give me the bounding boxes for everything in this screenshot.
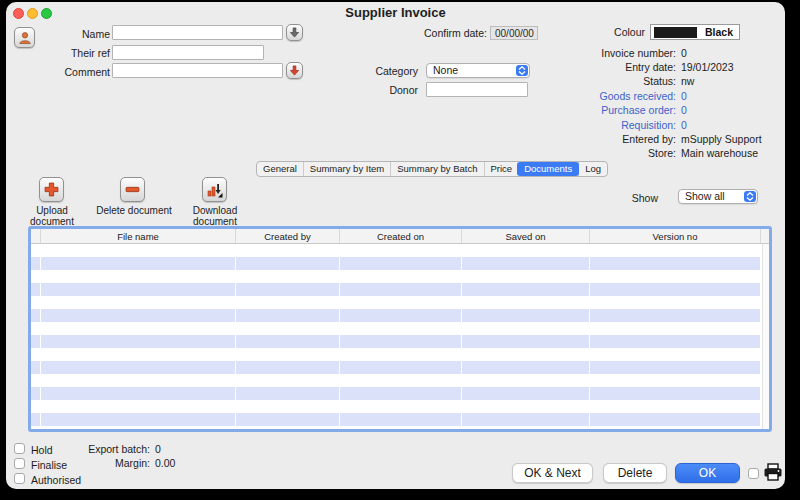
info-value-goods-received[interactable]: 0 [681, 90, 687, 102]
authorised-checkbox[interactable] [14, 473, 25, 484]
info-label-entered-by: Entered by: [546, 133, 676, 145]
hold-checkbox[interactable] [14, 443, 25, 454]
table-cell [31, 309, 41, 322]
margin-label: Margin: [56, 457, 150, 469]
zoom-button[interactable] [41, 8, 52, 19]
table-cell [41, 413, 236, 426]
comment-label: Comment [36, 66, 110, 78]
plus-icon [44, 182, 59, 197]
table-cell [31, 413, 41, 426]
info-label-status: Status: [546, 75, 676, 87]
tab-bar: GeneralSummary by ItemSummary by BatchPr… [256, 161, 608, 177]
donor-input[interactable] [426, 82, 528, 97]
table-cell [462, 257, 590, 270]
table-cell [340, 387, 462, 400]
table-row [31, 270, 769, 283]
table-cell [340, 257, 462, 270]
table-cell [41, 283, 236, 296]
table-cell [236, 309, 340, 322]
category-label: Category [346, 65, 418, 77]
name-lookup-button[interactable] [286, 24, 303, 41]
show-label: Show [606, 192, 658, 204]
titlebar: Supplier Invoice [6, 2, 785, 24]
show-selected-value: Show all [685, 190, 725, 202]
upload-document-button[interactable] [39, 177, 64, 202]
stepper-icon [744, 191, 756, 202]
delete-document-button[interactable] [120, 177, 145, 202]
ok-button[interactable]: OK [675, 463, 740, 483]
table-row [31, 413, 769, 426]
down-arrow-icon [289, 27, 300, 38]
table-row [31, 283, 769, 296]
column-header-created-by[interactable]: Created by [236, 229, 340, 243]
their-ref-input[interactable] [112, 45, 264, 60]
close-button[interactable] [13, 8, 24, 19]
info-label-invoice-number: Invoice number: [546, 47, 676, 59]
finalise-checkbox[interactable] [14, 458, 25, 469]
tab-log[interactable]: Log [578, 162, 607, 176]
column-header-saved-on[interactable]: Saved on [462, 229, 590, 243]
table-row [31, 348, 769, 361]
authorised-checkbox-label: Authorised [31, 474, 81, 486]
ok-next-button[interactable]: OK & Next [512, 463, 593, 483]
category-select[interactable]: None [426, 63, 530, 78]
tab-price[interactable]: Price [484, 162, 519, 176]
table-cell [590, 335, 761, 348]
table-scrollbar[interactable] [762, 244, 769, 429]
info-label-purchase-order[interactable]: Purchase order: [546, 104, 676, 116]
confirm-date-field: 00/00/00 [490, 26, 538, 40]
minimize-button[interactable] [27, 8, 38, 19]
info-label-requisition[interactable]: Requisition: [546, 119, 676, 131]
tab-summary-by-item[interactable]: Summary by Item [303, 162, 390, 176]
delete-button[interactable]: Delete [603, 463, 667, 483]
table-cell [236, 257, 340, 270]
info-label-goods-received[interactable]: Goods received: [546, 90, 676, 102]
name-input[interactable] [112, 25, 283, 40]
table-body[interactable] [31, 244, 769, 428]
table-cell [31, 335, 41, 348]
table-cell [340, 283, 462, 296]
table-cell [462, 283, 590, 296]
window-title: Supplier Invoice [6, 2, 785, 24]
table-cell [41, 309, 236, 322]
table-cell [340, 309, 462, 322]
table-cell [236, 335, 340, 348]
info-value-status: nw [681, 75, 694, 87]
table-cell [41, 361, 236, 374]
download-icon [207, 182, 223, 198]
table-cell [590, 387, 761, 400]
print-checkbox[interactable] [748, 468, 759, 479]
download-document-button[interactable] [202, 177, 227, 202]
info-label-store: Store: [546, 147, 676, 159]
column-header-version-no[interactable]: Version no [590, 229, 761, 243]
confirm-date-label: Confirm date: [396, 27, 487, 39]
table-row [31, 400, 769, 413]
comment-expand-button[interactable] [286, 62, 303, 79]
table-cell [590, 283, 761, 296]
table-row [31, 387, 769, 400]
table-cell [590, 309, 761, 322]
column-header-file-name[interactable]: File name [41, 229, 236, 243]
donor-label: Donor [346, 84, 418, 96]
info-value-requisition[interactable]: 0 [681, 119, 687, 131]
info-value-invoice-number: 0 [681, 47, 687, 59]
choose-supplier-button[interactable] [14, 27, 35, 48]
tab-general[interactable]: General [257, 162, 303, 176]
table-row [31, 257, 769, 270]
tab-summary-by-batch[interactable]: Summary by Batch [390, 162, 483, 176]
table-row [31, 426, 769, 428]
table-cell [340, 335, 462, 348]
supplier-invoice-window: Supplier Invoice Name Their ref Comment … [6, 2, 785, 489]
download-document-label: Download document [171, 205, 259, 227]
comment-input[interactable] [112, 63, 283, 78]
show-select[interactable]: Show all [678, 189, 758, 204]
printer-icon[interactable] [763, 463, 783, 481]
tab-documents[interactable]: Documents [517, 162, 579, 176]
table-row [31, 335, 769, 348]
table-cell [236, 283, 340, 296]
minus-icon [125, 182, 140, 197]
info-value-purchase-order[interactable]: 0 [681, 104, 687, 116]
colour-button[interactable]: Black [650, 24, 740, 40]
column-header-created-on[interactable]: Created on [340, 229, 462, 243]
their-ref-label: Their ref [36, 47, 110, 59]
